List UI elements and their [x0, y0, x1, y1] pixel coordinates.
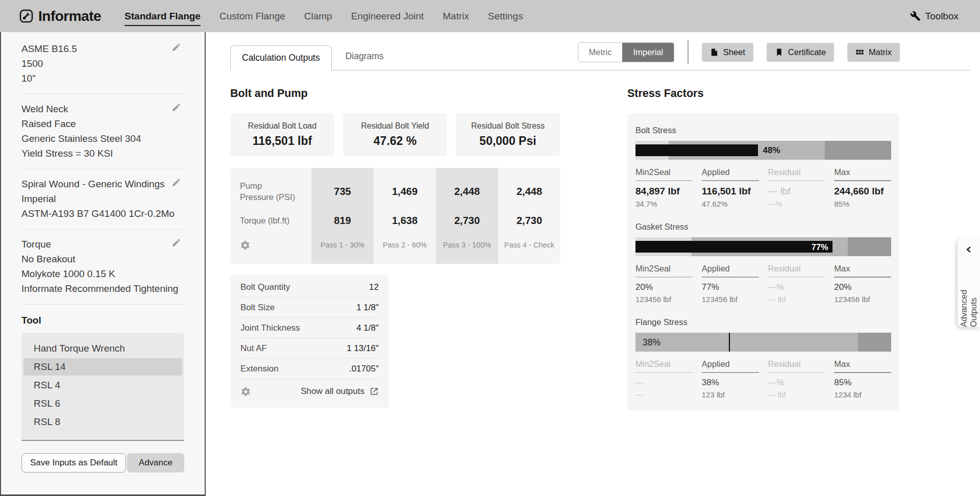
tab-calculation-outputs[interactable]: Calculation Outputs	[230, 45, 332, 70]
detail-label: Bolt Quantity	[240, 282, 290, 292]
residual-bolt-load-card: Residual Bolt Load 116,501 lbf	[230, 113, 334, 156]
tool-option-rsl-6[interactable]: RSL 6	[23, 395, 182, 412]
flange-type: Weld Neck	[21, 102, 184, 116]
gear-icon[interactable]	[240, 240, 251, 251]
applied-column: Applied 38% 123 lbf	[702, 359, 759, 399]
gasket-type: Spiral Wound - Generic Windings	[21, 177, 184, 191]
tool-option-rsl-14[interactable]: RSL 14	[23, 358, 182, 376]
detail-row: Bolt Size 1 1/8"	[240, 297, 379, 318]
nav-item-standard-flange[interactable]: Standard Flange	[125, 11, 201, 22]
bolt-stress-bar: 48%	[635, 141, 891, 160]
pass-pressure: 1,469	[374, 174, 436, 209]
max-column: Max 20% 123456 lbf	[834, 264, 891, 304]
detail-row: Nut AF 1 13/16"	[240, 338, 379, 359]
brand-name: Informate	[38, 8, 101, 24]
save-inputs-default-button[interactable]: Save Inputs as Default	[21, 453, 126, 473]
show-all-outputs-label: Show all outputs	[301, 386, 364, 396]
controls-divider	[688, 40, 689, 64]
tool-listbox: Hand Torque Wrench RSL 14 RSL 4 RSL 6 RS…	[21, 333, 184, 441]
residual-column: Residual --- lbf ---%	[768, 167, 825, 208]
edit-icon[interactable]	[172, 238, 181, 247]
metric-value: 116,501 lbf	[253, 134, 312, 148]
detail-label: Nut AF	[240, 343, 267, 354]
tab-diagrams[interactable]: Diagrams	[332, 44, 398, 70]
face-type: Raised Face	[21, 116, 184, 131]
bookmark-icon	[775, 48, 783, 57]
tab-bar: Calculation Outputs Diagrams Metric Impe…	[230, 46, 971, 70]
detail-label: Extension	[240, 364, 279, 374]
min2seal-column: Min2Seal --- ---	[635, 359, 693, 399]
lubricant: Molykote 1000 0.15 K	[21, 266, 184, 281]
pass-4-column: 2,448 2,730 Pass 4 - Check	[498, 168, 560, 264]
edit-icon[interactable]	[172, 103, 181, 112]
detail-value: .01705"	[349, 364, 379, 374]
gasket-card: Spiral Wound - Generic Windings Imperial…	[21, 169, 184, 230]
metric-value: 47.62 %	[374, 134, 416, 148]
max-column: Max 85% 1234 lbf	[834, 359, 891, 399]
bolt-stress-label: Bolt Stress	[635, 126, 891, 135]
max-column: Max 244,660 lbf 85%	[834, 167, 891, 208]
min2seal-column: Min2Seal 20% 123456 lbf	[635, 264, 693, 304]
pressure-class: 1500	[21, 56, 184, 71]
nav-item-matrix[interactable]: Matrix	[443, 11, 469, 22]
bolt-details-card: Bolt Quantity 12 Bolt Size 1 1/8" Joint …	[230, 275, 389, 408]
metric-label: Residual Bolt Yield	[361, 121, 429, 131]
main-content: Calculation Outputs Diagrams Metric Impe…	[206, 32, 980, 496]
tool-option-rsl-8[interactable]: RSL 8	[23, 413, 182, 431]
bolt-and-pump-heading: Bolt and Pump	[230, 87, 560, 100]
residual-bolt-yield-card: Residual Bolt Yield 47.62 %	[343, 113, 447, 156]
advanced-outputs-label: Advanced Outputs	[959, 258, 978, 327]
residual-column: Residual ---% --- lbf	[768, 264, 825, 304]
detail-row: Bolt Quantity 12	[240, 277, 379, 297]
flange-material: Generic Stainless Steel 304	[21, 131, 184, 146]
stress-factors-card: Bolt Stress 48% Min2Seal 84,897 lbf 34.7…	[627, 113, 899, 410]
nav-item-clamp[interactable]: Clamp	[304, 11, 332, 22]
pass-torque: 1,638	[374, 209, 436, 232]
pass-1-column: 735 819 Pass 1 - 30%	[311, 168, 374, 264]
edit-icon[interactable]	[172, 178, 181, 187]
brand[interactable]: Informate	[19, 8, 101, 24]
certificate-button[interactable]: Certificate	[767, 43, 834, 62]
breakout: No Breakout	[21, 252, 184, 266]
bolt-material: ASTM-A193 B7 G41400 1Cr-0.2Mo	[21, 206, 184, 221]
nav-item-settings[interactable]: Settings	[488, 11, 523, 22]
advanced-outputs-tab[interactable]: Advanced Outputs	[958, 239, 980, 327]
metric-label: Residual Bolt Stress	[471, 121, 545, 131]
chevron-left-icon	[965, 246, 972, 253]
nav-item-engineered-joint[interactable]: Engineered Joint	[351, 11, 424, 22]
pass-3-column: 2,448 2,730 Pass 3 - 100%	[436, 168, 498, 264]
detail-value: 4 1/8"	[356, 323, 379, 333]
advance-button[interactable]: Advance	[127, 453, 184, 473]
sheet-icon	[710, 48, 719, 57]
pass-pressure: 735	[311, 174, 374, 209]
residual-column: Residual ---% --- lbf	[768, 359, 825, 399]
pump-pressure-row-label: Pump Pressure (PSI)	[240, 180, 296, 203]
gasket-stress-bar: 77%	[635, 237, 891, 256]
unit-option-imperial[interactable]: Imperial	[622, 43, 674, 62]
stress-factors-heading: Stress Factors	[627, 87, 899, 100]
tool-heading: Tool	[21, 315, 184, 326]
gasket-stress-label: Gasket Stress	[635, 222, 891, 232]
toolbox-button[interactable]: Toolbox	[910, 11, 959, 22]
edit-icon[interactable]	[172, 42, 181, 52]
detail-value: 12	[369, 282, 379, 292]
pass-label: Pass 3 - 100%	[436, 232, 498, 258]
flange-stress-bar: 38%	[635, 333, 891, 352]
nav-item-custom-flange[interactable]: Custom Flange	[219, 11, 285, 22]
residual-bolt-stress-card: Residual Bolt Stress 50,000 Psi	[456, 113, 560, 156]
metric-value: 50,000 Psi	[479, 134, 536, 148]
tool-option-hand-torque-wrench[interactable]: Hand Torque Wrench	[23, 340, 182, 357]
unit-option-metric[interactable]: Metric	[578, 43, 623, 62]
show-all-outputs-link[interactable]: Show all outputs	[301, 386, 379, 396]
matrix-button[interactable]: Matrix	[847, 43, 900, 62]
pass-pressure: 2,448	[498, 174, 560, 209]
sheet-button[interactable]: Sheet	[702, 43, 753, 62]
certificate-label: Certificate	[788, 47, 826, 57]
detail-row: Joint Thickness 4 1/8"	[240, 318, 379, 338]
yield-stress: Yield Stress = 30 KSI	[21, 146, 184, 161]
tool-option-rsl-4[interactable]: RSL 4	[23, 377, 182, 394]
main-nav: Standard Flange Custom Flange Clamp Engi…	[125, 11, 523, 22]
gear-icon[interactable]	[240, 386, 251, 397]
external-link-icon	[370, 387, 379, 396]
detail-value: 1 13/16"	[347, 343, 379, 354]
